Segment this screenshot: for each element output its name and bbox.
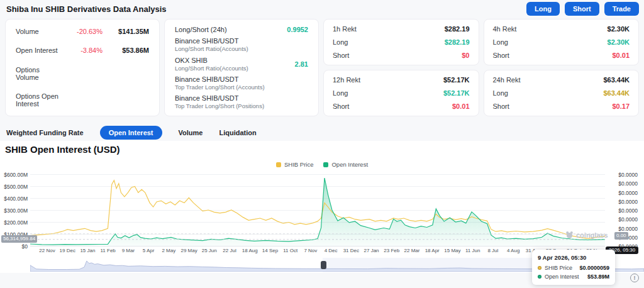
rekt-short-row: Short$0.01 [493,52,630,59]
tooltip-rows: SHIB Price$0.0000059Open Interest$53.89M [538,265,609,280]
tab-open-interest[interactable]: Open Interest [100,126,162,140]
rekt-long-row: Long$52.17K [333,89,470,97]
y-axis-label-right: $0.0000 [611,226,638,232]
rekt-card: 4h Rekt$2.30KLong$2.30KShort$0.01 [484,19,640,65]
x-axis-label: 11 Jun [465,248,480,253]
rekt-short-value: $0.01 [612,52,630,59]
y-axis-label-right: $0.0000 [611,216,638,223]
x-axis-label: 4 Aug [507,248,519,253]
tooltip-series-value: $53.89M [587,274,609,280]
legend-swatch [323,162,328,167]
stats-label: Options Open Interest [16,92,62,108]
ratio-row: Binance SHIB/USDTLong/Short Ratio(Accoun… [175,37,308,52]
ratio-names: Long/Short (24h) [175,26,287,33]
x-axis-label: 8 Jul [487,248,498,253]
ratio-names: Binance SHIB/USDTTop Trader Long/Short (… [175,75,308,91]
rekt-long-value: $63.44K [603,89,630,97]
y-axis-label-right: $0.0000 [611,172,638,178]
legend-item[interactable]: Open Interest [323,161,368,168]
rekt-long-label: Long [333,89,443,97]
x-axis-label: 15 May [444,248,460,253]
x-axis-label: 18 Aug [242,248,258,253]
x-axis-label: 2 May [162,248,175,253]
x-axis-label: 4 Dec [325,248,338,253]
stats-row: Options Volume [16,66,149,81]
ratio-value: 2.81 [295,60,308,68]
x-axis-label: 29 May [180,248,197,253]
tab-liquidation[interactable]: Liquidation [219,129,256,136]
x-axis-label: 11 Feb [101,248,116,253]
rekt-long-value: $282.19 [445,38,470,46]
chart-tooltip: 9 Apr 2026, 05:30 SHIB Price$0.0000059Op… [532,250,615,285]
tooltip-date: 9 Apr 2026, 05:30 [538,254,609,261]
rekt-long-label: Long [493,89,604,97]
coinglass-watermark[interactable]: coinglass [565,231,608,239]
rekt-card: 24h Rekt$63.44KLong$63.44KShort$0.17 [484,70,640,116]
x-axis-label: 15 Jan [80,248,95,253]
info-icon[interactable]: ! [630,274,639,282]
rekt-card: 12h Rekt$52.17KLong$52.17KShort$0.01 [323,70,479,116]
shib-price-line [30,180,605,239]
short-button[interactable]: Short [565,2,599,16]
rekt-short-value: $0.17 [612,102,630,110]
tooltip-series-name: Open Interest [545,274,579,280]
x-axis-label: 22 Mar [404,248,420,253]
rekt-short-row: Short$0 [333,52,470,59]
legend-item[interactable]: SHIB Price [276,161,313,168]
rekt-title: 12h Rekt [333,76,443,84]
stats-row: Open Interest-3.84%$53.86M [16,47,149,54]
ratio-label: Binance SHIB/USDT [175,75,308,83]
cards-row: Volume-20.63%$141.35MOpen Interest-3.84%… [5,19,639,116]
rekt-short-value: $0 [462,52,469,59]
ratio-label: Long/Short (24h) [175,26,287,33]
stats-change-pct: -3.84% [62,47,103,54]
rekt-long-row: Long$63.44K [493,89,630,97]
ratio-row: Long/Short (24h)0.9952 [175,26,308,33]
rekt-card: 1h Rekt$282.19Long$282.19Short$0 [323,19,479,65]
rekt-title-row: 12h Rekt$52.17K [333,76,470,84]
chart-tabs: Weighted Funding RateOpen InterestVolume… [6,125,257,140]
rekt-long-row: Long$282.19 [333,38,470,46]
ratio-label: OKX SHIB [175,57,295,64]
rekt-total-value: $282.19 [445,25,470,33]
rekt-long-value: $2.30K [608,38,630,46]
x-axis-label: 18 Apr [425,248,440,253]
rekt-title-row: 24h Rekt$63.44K [493,76,630,84]
tab-volume[interactable]: Volume [179,129,203,136]
tab-weighted-funding-rate[interactable]: Weighted Funding Rate [6,129,84,136]
tooltip-series-name: SHIB Price [545,265,572,271]
derivatives-stats-card: Volume-20.63%$141.35MOpen Interest-3.84%… [5,19,160,116]
y-axis-label-right: $0.0000 [611,180,638,187]
stats-label: Options Volume [16,66,62,81]
legend-swatch [276,162,281,167]
trade-button[interactable]: Trade [604,2,639,16]
navigator-left-handle[interactable] [321,261,326,269]
header: Shiba Inu SHIB Derivatives Data Analysis… [0,0,644,18]
main-chart[interactable] [30,174,605,246]
x-axis-label: 19 Dec [60,248,75,253]
x-axis-label: 11 Oct [283,248,297,253]
stats-label: Open Interest [16,47,62,54]
y-axis-label-left: $0 [0,243,28,250]
y-axis-label-right: $0.0000 [611,190,638,196]
x-axis-label: 27 Jan [364,248,379,253]
rekt-title: 24h Rekt [493,76,604,84]
coinglass-watermark-label: coinglass [576,231,608,239]
ratio-row: OKX SHIBLong/Short Ratio(Accounts)2.81 [175,57,308,72]
x-axis-label: 7 Nov [304,248,317,253]
rekt-total-value: $52.17K [443,76,470,84]
x-axis-label: 25 Jun [202,248,217,253]
y-axis-label-left: $500.00M [0,184,28,190]
long-button[interactable]: Long [526,2,560,16]
rekt-long-value: $52.17K [443,89,470,97]
rekt-short-row: Short$0.17 [493,102,630,110]
rekt-short-label: Short [493,52,613,59]
tooltip-series-value: $0.0000059 [579,265,609,271]
x-axis-label: 22 Nov [39,248,55,253]
stats-change-pct: -20.63% [62,28,103,35]
y-axis-label-left: $400.00M [0,196,28,202]
ratio-label: Binance SHIB/USDT [175,94,308,102]
x-axis-label: 23 Feb [384,248,399,253]
long-short-ratios-card: Long/Short (24h)0.9952Binance SHIB/USDTL… [164,19,319,116]
rekt-title-row: 1h Rekt$282.19 [333,25,470,33]
